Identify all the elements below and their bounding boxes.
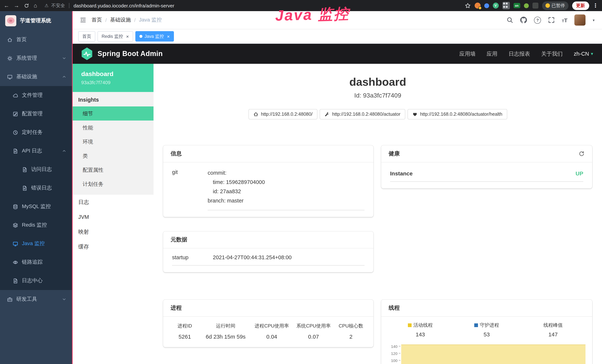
sidebar-item-tracing[interactable]: 链路追踪 <box>0 253 72 271</box>
sba-menu-jvm[interactable]: JVM <box>72 210 153 224</box>
annotation-line <box>72 11 73 364</box>
browser-window: ← → ⌂ ⚠ 不安全 dashboard.yudao.iocoder.cn/i… <box>0 0 602 364</box>
sba-menu-config-props[interactable]: 配置属性 <box>72 163 153 177</box>
actuator-url-button[interactable]: http://192.168.0.2:48080/actuator <box>320 109 405 119</box>
back-icon[interactable]: ← <box>4 0 9 11</box>
tab-redis-monitor[interactable]: Redis 监控 × <box>97 31 133 42</box>
spring-boot-admin-logo-icon <box>81 47 93 60</box>
tab-label: Java 监控 <box>144 33 164 40</box>
sba-brand-title[interactable]: Spring Boot Admin <box>97 50 163 58</box>
sba-menu-caches[interactable]: 缓存 <box>72 239 153 254</box>
close-icon[interactable]: × <box>126 34 129 39</box>
extension-icon-5[interactable]: on <box>513 3 520 8</box>
sidebar-item-label: Java 监控 <box>22 240 45 247</box>
document-icon <box>22 167 27 172</box>
sidebar-item-label: 链路追踪 <box>22 259 43 266</box>
reload-icon[interactable] <box>24 3 29 8</box>
tab-home[interactable]: 首页 <box>78 31 95 42</box>
sidebar-item-scheduled-jobs[interactable]: 定时任务 <box>0 123 72 142</box>
extension-icon-4[interactable] <box>502 2 510 9</box>
sba-nav-about[interactable]: 关于我们 <box>541 50 563 57</box>
extension-icon-2[interactable] <box>484 3 489 8</box>
edit-icon <box>13 111 18 117</box>
health-url-button[interactable]: http://192.168.0.2:48080/actuator/health <box>408 109 507 119</box>
sidebar-item-dev-tools[interactable]: 研发工具 <box>0 290 72 309</box>
font-size-icon[interactable]: TT <box>562 17 568 23</box>
sba-instance-header[interactable]: dashboard 93a3fc7f7409 <box>72 64 153 92</box>
avatar-caret-icon[interactable]: ▾ <box>593 18 595 22</box>
breadcrumb-separator: / <box>134 17 136 23</box>
home-icon <box>7 37 13 43</box>
profile-avatar-icon <box>545 3 550 8</box>
threads-legend: 活动线程 143 守护进程 53 线程峰值 147 <box>387 322 586 337</box>
address-divider <box>69 3 70 8</box>
chrome-menu-icon[interactable]: ⋮ <box>593 2 598 9</box>
sba-nav-applications[interactable]: 应用 <box>487 50 497 57</box>
sba-menu-classes[interactable]: 类 <box>72 149 153 163</box>
collapse-sidebar-icon[interactable] <box>80 17 86 23</box>
sidebar-item-api-log[interactable]: API 日志 <box>0 142 72 160</box>
breadcrumb-infra[interactable]: 基础设施 <box>110 17 131 23</box>
history-icon[interactable] <box>579 150 585 157</box>
sidebar-item-infra[interactable]: 基础设施 <box>0 67 72 86</box>
github-icon[interactable] <box>520 17 527 23</box>
help-icon[interactable]: ? <box>534 17 541 23</box>
sba-menu-scheduled-tasks[interactable]: 计划任务 <box>72 177 153 191</box>
info-line: branch: master <box>208 196 365 205</box>
sba-menu-metrics[interactable]: 性能 <box>72 120 153 135</box>
user-avatar[interactable] <box>575 14 586 26</box>
legend-label: 线程峰值 <box>543 322 563 329</box>
sba-sidebar: dashboard 93a3fc7f7409 Insights 细节 性能 环境… <box>72 64 153 364</box>
extension-icon-1[interactable] <box>474 3 480 9</box>
sidebar-item-system[interactable]: 系统管理 <box>0 49 72 67</box>
sidebar-item-config-management[interactable]: 配置管理 <box>0 105 72 123</box>
extension-icon-3[interactable]: V <box>493 3 499 9</box>
ytick-label: 100 <box>391 358 398 363</box>
sba-locale-select[interactable]: zh-CN ▾ <box>574 51 593 57</box>
app-logo-row: 芋道管理系统 <box>0 11 72 30</box>
profile-paused-chip[interactable]: 已暂停 <box>542 1 568 10</box>
extension-icon-7[interactable] <box>532 3 538 9</box>
forward-icon[interactable]: → <box>14 0 19 11</box>
bookmark-star-icon[interactable] <box>464 2 471 9</box>
tab-java-monitor[interactable]: Java 监控 × <box>135 31 174 42</box>
browser-home-icon[interactable]: ⌂ <box>34 0 37 11</box>
sidebar-item-error-log[interactable]: 错误日志 <box>0 179 72 197</box>
fullscreen-icon[interactable] <box>548 17 555 23</box>
sba-menu-details[interactable]: 细节 <box>72 107 153 120</box>
info-line: id: 27aa832 <box>208 187 365 196</box>
update-chrome-button[interactable]: 更新 <box>572 1 589 10</box>
service-url-button[interactable]: http://192.168.0.2:48080/ <box>248 109 317 119</box>
sidebar-item-log-center[interactable]: 日志中心 <box>0 271 72 290</box>
extension-icon-6[interactable] <box>524 3 528 8</box>
health-instance-label: Instance <box>390 170 413 177</box>
document-icon <box>13 148 18 154</box>
sba-menu-mappings[interactable]: 映射 <box>72 224 153 239</box>
address-bar[interactable]: ⚠ 不安全 dashboard.yudao.iocoder.cn/infra/a… <box>44 2 460 9</box>
sidebar-item-access-log[interactable]: 访问日志 <box>0 160 72 179</box>
sba-menu-logs[interactable]: 日志 <box>72 195 153 210</box>
sidebar-item-mysql-monitor[interactable]: MySQL 监控 <box>0 197 72 216</box>
instance-name: dashboard <box>81 70 153 78</box>
close-icon[interactable]: × <box>167 34 170 39</box>
search-icon[interactable] <box>506 17 513 23</box>
security-warning-icon: ⚠ <box>44 3 49 8</box>
breadcrumb-home[interactable]: 首页 <box>92 17 102 23</box>
extension-badge <box>478 6 482 10</box>
database-icon <box>13 204 18 209</box>
sidebar-item-java-monitor[interactable]: Java 监控 <box>0 234 72 253</box>
legend-label: 活动线程 <box>413 322 433 329</box>
health-row[interactable]: Instance UP <box>390 165 583 182</box>
sidebar-item-home[interactable]: 首页 <box>0 30 72 49</box>
question-glyph: ? <box>536 18 539 22</box>
paused-label: 已暂停 <box>552 2 565 9</box>
sba-nav-journal[interactable]: 日志报表 <box>509 50 530 57</box>
sba-nav-wallboard[interactable]: 应用墙 <box>459 50 475 57</box>
sba-menu-environment[interactable]: 环境 <box>72 135 153 149</box>
sidebar-item-redis-monitor[interactable]: Redis 监控 <box>0 216 72 234</box>
process-col-header: 进程ID <box>169 323 200 329</box>
sidebar-item-file-management[interactable]: 文件管理 <box>0 86 72 105</box>
info-card: 信息 git commit: time: 1596289704000 id: 2… <box>163 145 373 217</box>
sidebar-item-label: 访问日志 <box>31 166 52 173</box>
health-status-badge: UP <box>575 170 583 177</box>
